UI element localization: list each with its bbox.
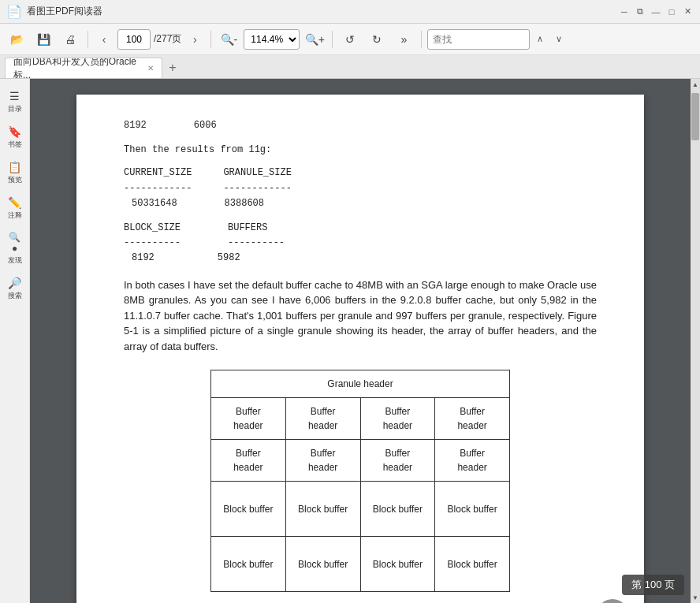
page-badge: 第 100 页: [622, 575, 684, 595]
scrollbar[interactable]: ▲ ▼: [691, 79, 700, 603]
more-button[interactable]: »: [392, 28, 415, 51]
scroll-down-button[interactable]: ▼: [691, 592, 700, 603]
search-prev-button[interactable]: ∧: [531, 31, 549, 48]
data-block-11g-2: BLOCK_SIZE BUFFERS ---------- ----------…: [124, 221, 597, 266]
sidebar: ☰ 目录 🔖 书签 📋 预览 ✏️ 注释 🔍● 发现 🔎 搜索: [0, 79, 30, 603]
tab-close-button[interactable]: ✕: [147, 64, 154, 73]
sidebar-label-search: 搜索: [8, 291, 22, 301]
sidebar-item-preview[interactable]: 📋 预览: [2, 156, 28, 190]
page-total: /277页: [154, 32, 181, 46]
granule-header: Granule header: [211, 370, 510, 398]
annotations-icon: ✏️: [8, 196, 21, 209]
dash-granule-size: ------------: [223, 181, 291, 196]
block-buffer-row-2: Block buffer Block buffer Block buffer B…: [211, 537, 510, 592]
header-granule-size: GRANULE_SIZE: [223, 166, 291, 181]
header-current-size: CURRENT_SIZE: [124, 166, 192, 181]
block-buffer-cell-2-2: Block buffer: [285, 537, 360, 592]
buffer-header-row-1: Buffer header Buffer header Buffer heade…: [211, 398, 510, 440]
minimize-btn[interactable]: ─: [618, 6, 631, 18]
pdf-page: 8192 6006 Then the results from 11g: CUR…: [76, 95, 644, 603]
preview-icon: 📋: [8, 161, 21, 173]
back-to-top-button[interactable]: ▲: [597, 599, 628, 603]
tab-label: 面向DBA和开发人员的Oracle标...: [13, 58, 143, 78]
block-buffer-cell-1-3: Block buffer: [360, 482, 435, 537]
zoom-select[interactable]: 114.4% 100% 75% 50% 150% 200%: [244, 29, 300, 50]
discover-icon: 🔍●: [9, 232, 20, 254]
sidebar-item-discover[interactable]: 🔍● 发现: [2, 227, 28, 270]
prev-page-button[interactable]: ‹: [94, 29, 114, 50]
dash-buffers: ----------: [228, 236, 285, 251]
window-controls[interactable]: ─ ⧉ — □ ✕: [618, 6, 694, 18]
scroll-thumb[interactable]: [691, 93, 699, 140]
separator-3: [332, 31, 333, 48]
search-box: ∧ ∨: [427, 29, 568, 50]
tab-pdf[interactable]: 面向DBA和开发人员的Oracle标... ✕: [5, 58, 162, 78]
block-buffer-cell-1-1: Block buffer: [211, 482, 286, 537]
pdf-area: 8192 6006 Then the results from 11g: CUR…: [30, 79, 691, 603]
block-buffer-row-1: Block buffer Block buffer Block buffer B…: [211, 482, 510, 537]
paragraph: In both cases I have set the default buf…: [124, 277, 597, 355]
snap-btn[interactable]: ⧉: [634, 6, 646, 18]
search-input[interactable]: [427, 29, 530, 50]
buffer-header-cell-2-1: Buffer header: [211, 440, 286, 482]
data-block-92: 8192 6006: [124, 118, 597, 133]
minimize-win-btn[interactable]: —: [650, 6, 662, 18]
separator-2: [210, 31, 211, 48]
block-buffer-cell-2-3: Block buffer: [360, 537, 435, 592]
buffer-header-cell-2-2: Buffer header: [285, 440, 360, 482]
granule-table: Granule header Buffer header Buffer head…: [210, 370, 510, 592]
val-50331648: 50331648: [132, 196, 177, 211]
zoom-in-button[interactable]: 🔍+: [303, 28, 326, 51]
title-bar: 📄 看图王PDF阅读器 ─ ⧉ — □ ✕: [0, 0, 700, 24]
contents-icon: ☰: [9, 90, 20, 102]
sidebar-item-contents[interactable]: ☰ 目录: [2, 85, 28, 119]
val-8388608: 8388608: [225, 196, 264, 211]
bookmarks-icon: 🔖: [8, 125, 21, 138]
tab-bar: 面向DBA和开发人员的Oracle标... ✕ +: [0, 55, 700, 79]
sidebar-item-search[interactable]: 🔎 搜索: [2, 272, 28, 306]
open-button[interactable]: 📂: [5, 28, 28, 51]
next-page-button[interactable]: ›: [184, 29, 205, 50]
buffer-header-row-2: Buffer header Buffer header Buffer heade…: [211, 440, 510, 482]
block-buffer-cell-2-1: Block buffer: [211, 537, 286, 592]
maximize-btn[interactable]: □: [665, 6, 678, 18]
block-buffer-cell-2-4: Block buffer: [435, 537, 510, 592]
sidebar-label-annotations: 注释: [8, 210, 22, 221]
then-11g-text: Then the results from 11g:: [124, 143, 597, 158]
toolbar: 📂 💾 🖨 ‹ /277页 › 🔍- 114.4% 100% 75% 50% 1…: [0, 24, 700, 55]
sidebar-item-annotations[interactable]: ✏️ 注释: [2, 192, 28, 225]
sidebar-label-discover: 发现: [8, 255, 22, 266]
search-next-button[interactable]: ∨: [550, 31, 568, 48]
search-icon: 🔎: [8, 277, 21, 289]
val-8192: 8192: [132, 251, 155, 266]
reload-button[interactable]: ↻: [365, 28, 389, 51]
sidebar-label-contents: 目录: [8, 104, 22, 114]
page-number-input[interactable]: [117, 29, 151, 50]
data-block-11g: CURRENT_SIZE GRANULE_SIZE ------------ -…: [124, 166, 597, 211]
print-button[interactable]: 🖨: [58, 28, 82, 51]
buffer-header-cell-2-3: Buffer header: [360, 440, 435, 482]
scroll-up-button[interactable]: ▲: [691, 79, 700, 90]
buffer-header-cell-1-1: Buffer header: [211, 398, 286, 440]
sidebar-label-preview: 预览: [8, 175, 22, 185]
header-buffers: BUFFERS: [228, 221, 267, 236]
separator-4: [421, 31, 422, 48]
dash-block-size: ----------: [124, 236, 181, 251]
buffer-header-cell-1-2: Buffer header: [285, 398, 360, 440]
refresh-button[interactable]: ↺: [338, 28, 362, 51]
tab-add-button[interactable]: +: [162, 58, 183, 78]
dash-current-size: ------------: [124, 181, 192, 196]
sidebar-item-bookmarks[interactable]: 🔖 书签: [2, 121, 28, 154]
buffer-header-cell-1-4: Buffer header: [435, 398, 510, 440]
header-block-size: BLOCK_SIZE: [124, 221, 181, 236]
buffer-header-cell-1-3: Buffer header: [360, 398, 435, 440]
main-area: ☰ 目录 🔖 书签 📋 预览 ✏️ 注释 🔍● 发现 🔎 搜索: [0, 79, 700, 603]
zoom-out-button[interactable]: 🔍-: [217, 28, 240, 51]
val-5982: 5982: [218, 251, 240, 266]
block-buffer-cell-1-4: Block buffer: [435, 482, 510, 537]
buffer-header-cell-2-4: Buffer header: [435, 440, 510, 482]
col-block-size: 8192: [124, 118, 147, 133]
sidebar-label-bookmarks: 书签: [8, 140, 22, 150]
save-button[interactable]: 💾: [32, 28, 55, 51]
close-btn[interactable]: ✕: [681, 6, 694, 18]
